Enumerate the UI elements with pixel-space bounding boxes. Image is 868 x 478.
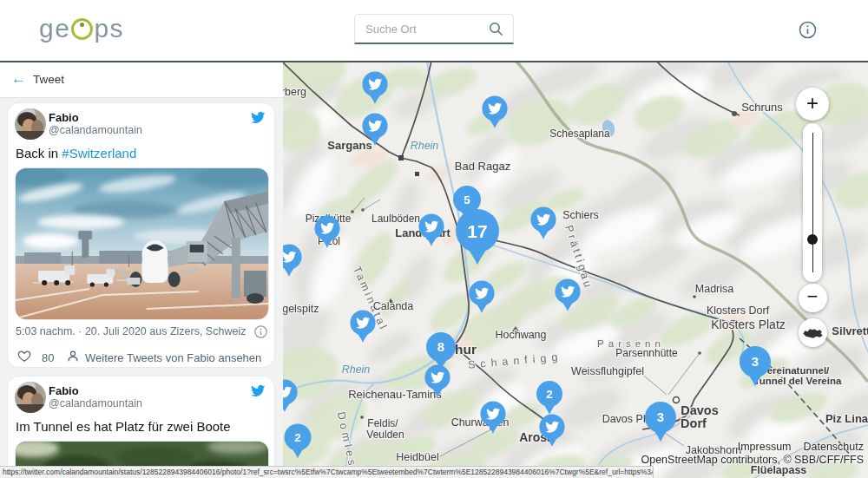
tweet-card[interactable]: Fabio @calandamountain Back in #Switzerl…: [7, 102, 275, 368]
datenschutz-link[interactable]: Datenschutz: [804, 441, 864, 453]
map-label: Flumserberg: [283, 86, 306, 98]
more-tweets-link[interactable]: Weitere Tweets von Fabio ansehen: [85, 351, 261, 364]
map-label: Hochwang: [495, 329, 546, 341]
geops-logo[interactable]: geps: [39, 14, 124, 43]
map-label: Vereinatunnel/: [761, 365, 830, 376]
map-label: Weissfluhgipfel: [571, 365, 644, 377]
search-field[interactable]: [354, 14, 514, 44]
map-label: Bad Ragaz: [455, 160, 510, 173]
map-label: Ringelspitz: [283, 303, 319, 315]
map-label: Klosters Dorf: [707, 304, 770, 317]
map-label: Sargans: [327, 139, 372, 152]
tweet-author-name[interactable]: Fabio: [49, 111, 79, 124]
map-label: Feldis/: [367, 417, 398, 429]
twitter-bird-icon[interactable]: [249, 110, 266, 125]
tweet-author-name[interactable]: Fabio: [49, 384, 79, 397]
logo-text-pre: ge: [39, 14, 70, 43]
logo-text-post: ps: [94, 14, 124, 43]
map-label: Heidbüel: [396, 451, 438, 463]
heart-icon[interactable]: [17, 350, 31, 363]
zoom-slider[interactable]: [803, 123, 822, 282]
svg-text:5: 5: [464, 193, 470, 206]
map-label: Flüelapass: [751, 464, 807, 476]
map-label: Schiers: [562, 209, 599, 221]
browser-status-bar: https://twitter.com/calandamountain/stat…: [0, 466, 654, 478]
map-label: Rhein: [342, 363, 371, 376]
fit-switzerland-button[interactable]: [799, 318, 827, 347]
zoom-in-button[interactable]: +: [796, 88, 829, 121]
hashtag-link[interactable]: #Switzerland: [62, 146, 136, 160]
tweet-card[interactable]: Fabio @calandamountain Im Tunnel es hat …: [7, 376, 275, 478]
map-label: Reichenau-Tamins: [348, 388, 442, 401]
header-divider: [0, 61, 868, 62]
map-label: Piz Linard: [825, 412, 868, 425]
app-header: geps: [0, 0, 868, 61]
map-label: Laulböden: [372, 213, 420, 225]
twitter-bird-icon[interactable]: [249, 383, 266, 398]
zoom-slider-thumb[interactable]: [807, 234, 818, 245]
tweet-timestamp[interactable]: 5:03 nachm. · 20. Juli 2020 aus Zizers, …: [16, 325, 246, 337]
search-icon[interactable]: [489, 22, 503, 36]
back-arrow-icon[interactable]: ←: [11, 70, 26, 88]
map-attribution: ImpressumDatenschutz OpenStreetMap contr…: [641, 441, 864, 466]
impressum-link[interactable]: Impressum: [738, 441, 792, 453]
map[interactable]: FlumserbergSargansRheinBad RagazSchesapl…: [283, 62, 868, 478]
map-label: Silvretta: [832, 324, 868, 337]
tweet-author-handle[interactable]: @calandamountain: [49, 397, 142, 409]
map-label: Schruns: [741, 101, 783, 114]
info-circle-icon[interactable]: [254, 325, 267, 338]
map-label: Schesaplana: [549, 128, 610, 140]
tweet-author-handle[interactable]: @calandamountain: [49, 124, 142, 136]
tweet-text: Im Tunnel es hat Platz für zwei Boote: [16, 419, 231, 434]
svg-text:3: 3: [752, 354, 759, 369]
avatar[interactable]: [15, 108, 46, 140]
map-label: Rhein: [411, 140, 439, 152]
map-label: Tunnel del Vereina: [754, 376, 842, 386]
map-label: Davos: [681, 403, 719, 417]
logo-o-icon: [71, 18, 93, 40]
like-count[interactable]: 80: [42, 351, 54, 364]
map-label: Madrisa: [695, 283, 734, 295]
map-label: Dorf: [681, 416, 707, 430]
svg-text:3: 3: [657, 409, 664, 424]
info-icon[interactable]: [799, 21, 817, 39]
person-icon[interactable]: [66, 350, 80, 363]
map-label: Klosters Platz: [711, 318, 786, 331]
svg-text:2: 2: [294, 431, 301, 444]
tweet-photo[interactable]: [15, 167, 269, 320]
svg-text:8: 8: [437, 339, 444, 354]
map-label: Calanda: [373, 300, 414, 312]
attribution-text: OpenStreetMap contributors, © SBB/CFF/FF…: [641, 454, 864, 466]
svg-text:2: 2: [546, 388, 553, 401]
panel-title: Tweet: [33, 73, 64, 86]
map-label: Veulden: [366, 429, 404, 441]
search-input[interactable]: [365, 15, 487, 43]
avatar[interactable]: [15, 382, 46, 413]
map-canvas[interactable]: FlumserbergSargansRheinBad RagazSchesapl…: [283, 62, 868, 478]
switzerland-icon: [802, 327, 823, 340]
map-label: Parsennhütte: [615, 347, 678, 359]
tweet-text: Back in #Switzerland: [16, 146, 136, 160]
svg-text:17: 17: [467, 221, 487, 241]
tweet-panel: ← Tweet Fabio @calandamountain Back in #…: [0, 62, 283, 478]
panel-header: ← Tweet: [0, 62, 283, 98]
zoom-out-button[interactable]: −: [799, 284, 827, 312]
